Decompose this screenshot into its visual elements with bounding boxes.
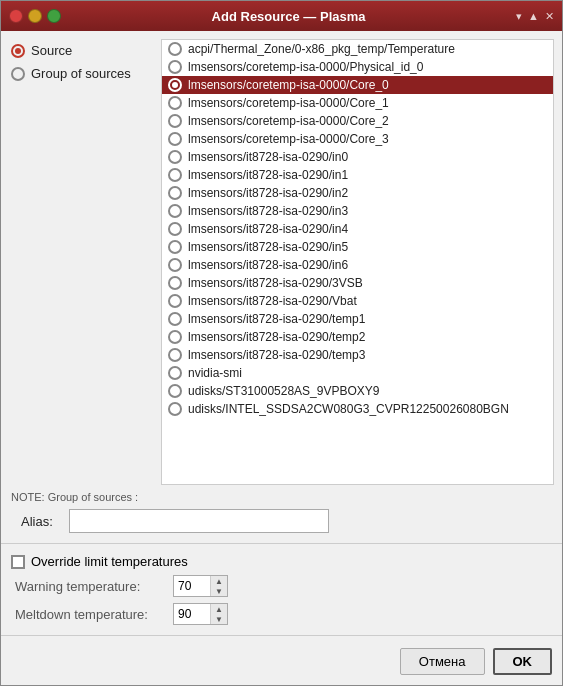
alias-label: Alias: — [21, 514, 61, 529]
source-item[interactable]: lmsensors/coretemp-isa-0000/Core_1 — [162, 94, 553, 112]
meltdown-up-arrow[interactable]: ▲ — [211, 604, 227, 614]
warning-down-arrow[interactable]: ▼ — [211, 586, 227, 596]
source-item[interactable]: lmsensors/coretemp-isa-0000/Core_3 — [162, 130, 553, 148]
override-checkbox-row[interactable]: Override limit temperatures — [11, 554, 552, 569]
source-item[interactable]: lmsensors/it8728-isa-0290/temp1 — [162, 310, 553, 328]
source-radio-dot — [168, 222, 182, 236]
source-item[interactable]: lmsensors/it8728-isa-0290/in2 — [162, 184, 553, 202]
source-item-label: nvidia-smi — [188, 366, 242, 380]
source-radio-dot — [168, 240, 182, 254]
group-radio-indicator — [11, 67, 25, 81]
source-item[interactable]: lmsensors/coretemp-isa-0000/Core_0 — [162, 76, 553, 94]
source-item[interactable]: lmsensors/it8728-isa-0290/in4 — [162, 220, 553, 238]
note-text: NOTE: Group of sources : — [11, 491, 552, 503]
source-item[interactable]: lmsensors/it8728-isa-0290/in6 — [162, 256, 553, 274]
cancel-button[interactable]: Отмена — [400, 648, 485, 675]
meltdown-label: Meltdown temperature: — [15, 607, 165, 622]
ok-button[interactable]: OK — [493, 648, 553, 675]
source-item[interactable]: lmsensors/coretemp-isa-0000/Core_2 — [162, 112, 553, 130]
titlebar-buttons — [9, 9, 61, 23]
menu-icon[interactable]: ▾ — [516, 10, 522, 23]
source-radio-dot — [168, 348, 182, 362]
sources-list[interactable]: acpi/Thermal_Zone/0-x86_pkg_temp/Tempera… — [161, 39, 554, 485]
right-panel: acpi/Thermal_Zone/0-x86_pkg_temp/Tempera… — [161, 31, 562, 485]
source-radio-dot — [168, 258, 182, 272]
source-item[interactable]: lmsensors/it8728-isa-0290/temp3 — [162, 346, 553, 364]
source-item-label: lmsensors/it8728-isa-0290/temp1 — [188, 312, 365, 326]
close-icon[interactable]: ✕ — [545, 10, 554, 23]
source-radio-dot — [168, 384, 182, 398]
titlebar: Add Resource — Plasma ▾ ▲ ✕ — [1, 1, 562, 31]
source-item-label: lmsensors/it8728-isa-0290/in0 — [188, 150, 348, 164]
source-item[interactable]: lmsensors/it8728-isa-0290/in5 — [162, 238, 553, 256]
source-radio-dot — [168, 276, 182, 290]
source-radio-dot — [168, 96, 182, 110]
bottom-section: NOTE: Group of sources : Alias: — [1, 485, 562, 539]
override-checkbox[interactable] — [11, 555, 25, 569]
source-item-label: lmsensors/it8728-isa-0290/temp3 — [188, 348, 365, 362]
alias-input[interactable] — [69, 509, 329, 533]
source-item-label: lmsensors/coretemp-isa-0000/Core_1 — [188, 96, 389, 110]
close-button[interactable] — [9, 9, 23, 23]
source-radio-dot — [168, 132, 182, 146]
source-item-label: acpi/Thermal_Zone/0-x86_pkg_temp/Tempera… — [188, 42, 455, 56]
shade-icon[interactable]: ▲ — [528, 10, 539, 22]
group-radio-label: Group of sources — [31, 66, 131, 81]
source-item[interactable]: lmsensors/coretemp-isa-0000/Physical_id_… — [162, 58, 553, 76]
source-radio-dot — [168, 402, 182, 416]
source-item-label: udisks/ST31000528AS_9VPBOXY9 — [188, 384, 379, 398]
source-radio-dot — [168, 294, 182, 308]
source-radio-dot — [168, 78, 182, 92]
source-radio-dot — [168, 150, 182, 164]
meltdown-input[interactable] — [174, 605, 210, 623]
source-item-label: lmsensors/it8728-isa-0290/in5 — [188, 240, 348, 254]
warning-spinbox: ▲ ▼ — [173, 575, 228, 597]
source-item-label: lmsensors/coretemp-isa-0000/Physical_id_… — [188, 60, 423, 74]
meltdown-spinbox: ▲ ▼ — [173, 603, 228, 625]
window: Add Resource — Plasma ▾ ▲ ✕ Source Group… — [0, 0, 563, 686]
minimize-button[interactable] — [28, 9, 42, 23]
separator-1 — [1, 543, 562, 544]
source-item[interactable]: lmsensors/it8728-isa-0290/in1 — [162, 166, 553, 184]
main-content: Source Group of sources acpi/Thermal_Zon… — [1, 31, 562, 485]
warning-up-arrow[interactable]: ▲ — [211, 576, 227, 586]
source-item[interactable]: lmsensors/it8728-isa-0290/in3 — [162, 202, 553, 220]
source-item[interactable]: lmsensors/it8728-isa-0290/in0 — [162, 148, 553, 166]
source-item-label: lmsensors/it8728-isa-0290/Vbat — [188, 294, 357, 308]
source-item-label: lmsensors/coretemp-isa-0000/Core_2 — [188, 114, 389, 128]
meltdown-temp-row: Meltdown temperature: ▲ ▼ — [11, 603, 552, 625]
source-item[interactable]: lmsensors/it8728-isa-0290/3VSB — [162, 274, 553, 292]
source-item-label: lmsensors/it8728-isa-0290/in1 — [188, 168, 348, 182]
source-item[interactable]: udisks/INTEL_SSDSA2CW080G3_CVPR122500260… — [162, 400, 553, 418]
warning-label: Warning temperature: — [15, 579, 165, 594]
source-radio-dot — [168, 330, 182, 344]
window-title: Add Resource — Plasma — [61, 9, 516, 24]
override-label: Override limit temperatures — [31, 554, 188, 569]
group-radio[interactable]: Group of sources — [11, 66, 151, 81]
warning-temp-row: Warning temperature: ▲ ▼ — [11, 575, 552, 597]
meltdown-arrows: ▲ ▼ — [210, 604, 227, 624]
source-item-label: lmsensors/coretemp-isa-0000/Core_3 — [188, 132, 389, 146]
warning-input[interactable] — [174, 577, 210, 595]
titlebar-right: ▾ ▲ ✕ — [516, 10, 554, 23]
source-radio-dot — [168, 60, 182, 74]
source-radio-dot — [168, 168, 182, 182]
source-item[interactable]: acpi/Thermal_Zone/0-x86_pkg_temp/Tempera… — [162, 40, 553, 58]
source-item[interactable]: lmsensors/it8728-isa-0290/Vbat — [162, 292, 553, 310]
source-radio-dot — [168, 114, 182, 128]
source-item-label: lmsensors/coretemp-isa-0000/Core_0 — [188, 78, 389, 92]
source-item[interactable]: lmsensors/it8728-isa-0290/temp2 — [162, 328, 553, 346]
maximize-button[interactable] — [47, 9, 61, 23]
meltdown-down-arrow[interactable]: ▼ — [211, 614, 227, 624]
source-radio-dot — [168, 366, 182, 380]
source-item[interactable]: udisks/ST31000528AS_9VPBOXY9 — [162, 382, 553, 400]
source-item-label: lmsensors/it8728-isa-0290/temp2 — [188, 330, 365, 344]
source-item-label: lmsensors/it8728-isa-0290/in6 — [188, 258, 348, 272]
source-radio-dot — [168, 312, 182, 326]
left-panel: Source Group of sources — [1, 31, 161, 485]
source-item[interactable]: nvidia-smi — [162, 364, 553, 382]
alias-row: Alias: — [11, 509, 552, 533]
source-radio-dot — [168, 186, 182, 200]
source-radio[interactable]: Source — [11, 43, 151, 58]
override-section: Override limit temperatures Warning temp… — [1, 548, 562, 631]
